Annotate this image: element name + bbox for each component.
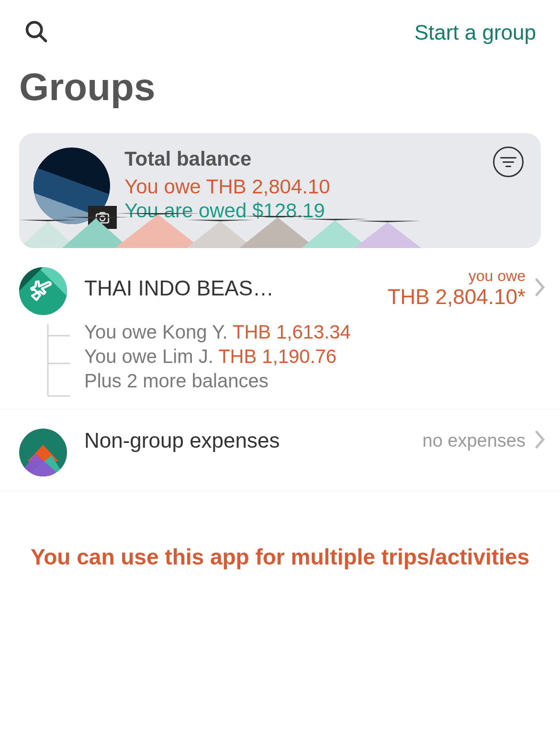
svg-rect-2 <box>96 214 109 223</box>
chevron-right-icon <box>534 278 547 299</box>
more-balances: Plus 2 more balances <box>84 370 550 392</box>
total-balance-label: Total balance <box>124 147 526 170</box>
balance-detail-line: You owe Lim J. THB 1,190.76 <box>84 346 550 367</box>
page-title: Groups <box>0 46 560 124</box>
you-owe-total: You owe THB 2,804.10 <box>124 175 526 198</box>
total-balance-card[interactable]: Total balance You owe THB 2,804.10 You a… <box>19 133 541 248</box>
balance-detail-line: You owe Kong Y. THB 1,613.34 <box>84 321 550 343</box>
group-row-nongroup[interactable]: Non-group expenses no expenses <box>0 409 560 491</box>
svg-point-3 <box>100 216 105 221</box>
filter-icon[interactable] <box>493 147 524 177</box>
you-owe-label: you owe <box>469 267 526 285</box>
profile-avatar[interactable] <box>34 147 110 224</box>
group-avatar-nongroup <box>19 429 67 476</box>
you-are-owed-total: You are owed $128.19 <box>124 199 526 222</box>
group-avatar-trip <box>19 267 67 315</box>
search-icon[interactable] <box>24 19 49 46</box>
start-group-button[interactable]: Start a group <box>414 21 536 45</box>
you-owe-amount: THB 2,804.10* <box>387 285 526 309</box>
svg-line-1 <box>40 35 46 41</box>
group-row-thai-indo[interactable]: THAI INDO BEAST T… you owe THB 2,804.10*… <box>0 248 560 409</box>
airplane-icon <box>29 278 56 305</box>
group-name: Non-group expenses <box>84 429 280 453</box>
camera-icon[interactable] <box>88 206 117 229</box>
no-expenses-label: no expenses <box>423 430 526 451</box>
footer-message: You can use this app for multiple trips/… <box>0 544 560 570</box>
group-name: THAI INDO BEAST T… <box>84 276 285 300</box>
top-bar: Start a group <box>0 0 560 46</box>
balance-details: You owe Kong Y. THB 1,613.34 You owe Lim… <box>84 321 550 392</box>
tree-connector <box>43 324 77 406</box>
chevron-right-icon <box>534 430 547 451</box>
